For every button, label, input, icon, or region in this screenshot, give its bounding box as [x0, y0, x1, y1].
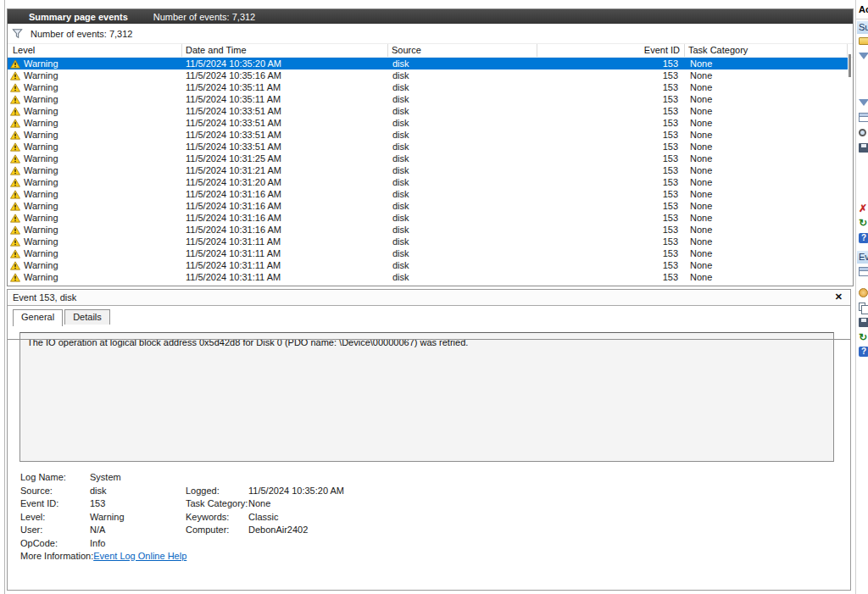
row-source: disk [388, 70, 537, 80]
event-log-online-help-link[interactable]: Event Log Online Help [93, 551, 186, 561]
refresh-icon[interactable]: ↻ [859, 218, 868, 228]
row-level-cell: Warning [8, 142, 182, 152]
warning-icon-slot [10, 237, 20, 247]
row-datetime: 11/5/2024 10:33:51 AM [182, 106, 388, 116]
event-row[interactable]: Warning 11/5/2024 10:31:11 AM disk 153 N… [8, 236, 848, 247]
filter-current-view-icon[interactable] [859, 99, 868, 106]
row-event-id: 153 [537, 225, 685, 235]
column-header-event-id[interactable]: Event ID [537, 44, 685, 57]
find-icon[interactable] [859, 129, 866, 136]
column-header-level[interactable]: Level [8, 44, 182, 57]
warning-icon [10, 214, 20, 223]
warning-icon [10, 202, 20, 211]
warning-icon [10, 190, 20, 199]
save-events-icon[interactable] [859, 143, 868, 153]
warning-icon-slot [10, 178, 20, 187]
row-datetime: 11/5/2024 10:31:11 AM [182, 248, 388, 258]
row-datetime: 11/5/2024 10:35:20 AM [182, 58, 388, 69]
vertical-scrollbar-thumb[interactable] [849, 54, 851, 77]
warning-icon-slot [10, 261, 20, 270]
attach-task-icon[interactable] [859, 288, 868, 297]
row-level-cell: Warning [8, 201, 182, 211]
event-row[interactable]: Warning 11/5/2024 10:31:16 AM disk 153 N… [8, 200, 848, 212]
event-row[interactable]: Warning 11/5/2024 10:31:20 AM disk 153 N… [8, 176, 848, 188]
row-task-category: None [685, 118, 848, 128]
warning-icon-slot [10, 142, 20, 152]
row-task-category: None [685, 106, 848, 116]
create-custom-view-icon[interactable] [859, 53, 868, 59]
warning-icon-slot [10, 59, 20, 69]
row-level-cell: Warning [8, 165, 182, 175]
detail-field-row: Source:diskLogged:11/5/2024 10:35:20 AM [20, 485, 344, 498]
row-event-id: 153 [537, 272, 685, 282]
event-row[interactable]: Warning 11/5/2024 10:31:16 AM disk 153 N… [8, 212, 848, 224]
row-datetime: 11/5/2024 10:35:11 AM [182, 94, 388, 104]
tab-details[interactable]: Details [64, 309, 110, 325]
tab-baseline [8, 339, 850, 340]
refresh-icon[interactable]: ↻ [859, 332, 868, 342]
row-task-category: None [685, 248, 848, 258]
column-header-source[interactable]: Source [388, 44, 537, 57]
warning-icon [10, 178, 20, 187]
detail-label-1: Level: [20, 511, 90, 525]
row-level-cell: Warning [8, 153, 182, 164]
event-row[interactable]: Warning 11/5/2024 10:31:11 AM disk 153 N… [8, 247, 848, 259]
warning-icon-slot [10, 249, 20, 258]
row-source: disk [388, 177, 537, 187]
event-row[interactable]: Warning 11/5/2024 10:33:51 AM disk 153 N… [8, 117, 848, 129]
warning-icon [10, 261, 20, 270]
event-row[interactable]: Warning 11/5/2024 10:35:11 AM disk 153 N… [8, 93, 848, 105]
detail-field-row: OpCode:Info [20, 537, 344, 551]
event-row[interactable]: Warning 11/5/2024 10:31:16 AM disk 153 N… [8, 224, 848, 236]
properties-icon[interactable] [859, 113, 868, 122]
detail-label-1: More Information: [20, 550, 93, 563]
row-level-cell: Warning [8, 177, 182, 187]
actions-section-su[interactable]: Su [857, 21, 868, 34]
event-row[interactable]: Warning 11/5/2024 10:33:51 AM disk 153 N… [8, 105, 848, 117]
row-level-cell: Warning [8, 82, 182, 92]
row-source: disk [388, 58, 537, 69]
event-row[interactable]: Warning 11/5/2024 10:31:16 AM disk 153 N… [8, 188, 848, 200]
row-level-text: Warning [24, 165, 58, 175]
warning-icon [10, 142, 20, 152]
event-row[interactable]: Warning 11/5/2024 10:33:51 AM disk 153 N… [8, 129, 848, 141]
warning-icon [10, 130, 20, 140]
event-row[interactable]: Warning 11/5/2024 10:35:11 AM disk 153 N… [8, 81, 848, 93]
help-icon[interactable]: ? [859, 233, 868, 243]
event-row[interactable]: Warning 11/5/2024 10:31:21 AM disk 153 N… [8, 164, 848, 176]
row-event-id: 153 [537, 260, 685, 270]
warning-icon [10, 59, 20, 69]
row-level-cell: Warning [8, 213, 182, 223]
close-icon[interactable]: ✕ [835, 291, 843, 303]
event-properties-icon[interactable] [859, 267, 868, 276]
help-icon[interactable]: ? [859, 347, 868, 357]
delete-icon[interactable]: ✗ [859, 203, 868, 214]
event-preview-panel: Event 153, disk ✕ GeneralDetails The IO … [7, 289, 851, 591]
event-row[interactable]: Warning 11/5/2024 10:31:25 AM disk 153 N… [8, 153, 848, 164]
actions-pane: Ac Su✗↻?Ev↻? [855, 0, 868, 594]
event-row[interactable]: Warning 11/5/2024 10:31:11 AM disk 153 N… [8, 271, 848, 283]
event-row[interactable]: Warning 11/5/2024 10:35:16 AM disk 153 N… [8, 69, 848, 81]
save-selected-icon[interactable] [859, 318, 868, 327]
warning-icon-slot [10, 273, 20, 282]
column-header-date-and-time[interactable]: Date and Time [182, 44, 388, 57]
event-row[interactable]: Warning 11/5/2024 10:35:20 AM disk 153 N… [8, 58, 848, 69]
row-level-cell: Warning [8, 130, 182, 140]
actions-section-ev[interactable]: Ev [857, 251, 868, 264]
row-task-category: None [685, 272, 848, 282]
copy-icon[interactable] [859, 303, 865, 311]
event-row[interactable]: Warning 11/5/2024 10:33:51 AM disk 153 N… [8, 141, 848, 153]
column-header-task-category[interactable]: Task Category [685, 44, 848, 57]
open-saved-log-icon[interactable] [859, 37, 868, 45]
row-source: disk [388, 106, 537, 116]
tab-general[interactable]: General [13, 309, 63, 326]
row-level-text: Warning [24, 260, 58, 270]
event-row[interactable]: Warning 11/5/2024 10:31:11 AM disk 153 N… [8, 259, 848, 271]
row-level-text: Warning [24, 58, 58, 69]
console-tree-splitter[interactable] [4, 0, 5, 594]
row-datetime: 11/5/2024 10:33:51 AM [182, 130, 388, 140]
row-source: disk [388, 153, 537, 164]
row-task-category: None [685, 142, 848, 152]
warning-icon-slot [10, 225, 20, 235]
warning-icon [10, 71, 20, 80]
